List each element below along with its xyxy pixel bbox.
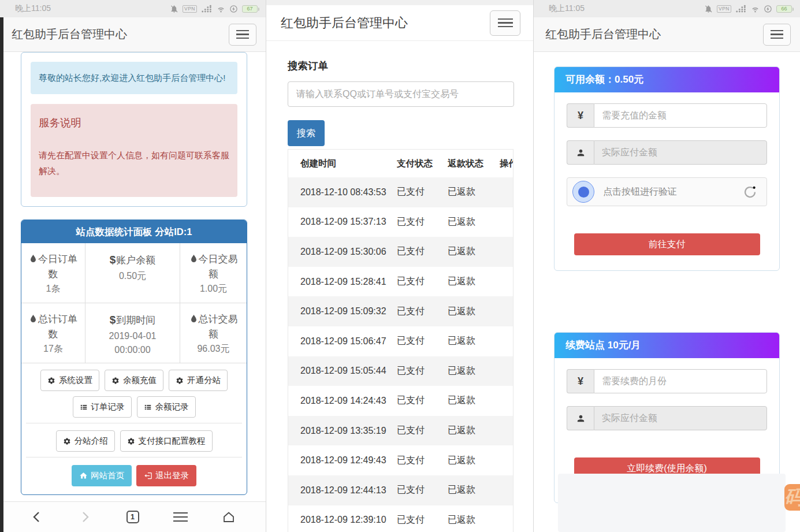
app-header: 红包助手后台管理中心 xyxy=(534,17,800,52)
table-row: 2018-12-09 15:28:41已支付已返款 xyxy=(288,267,513,297)
blank-overlay-box xyxy=(558,474,786,532)
person-icon xyxy=(567,406,594,430)
browser-navbar: 1 xyxy=(0,501,266,532)
home-button[interactable] xyxy=(222,510,236,524)
captcha-verify-button[interactable] xyxy=(572,181,594,203)
table-row: 2018-12-09 15:05:44已支付已返款 xyxy=(288,356,513,386)
dollar-icon: $ xyxy=(110,314,116,326)
table-row: 2018-12-10 08:43:53已支付已返款 xyxy=(288,177,513,207)
gear-icon xyxy=(47,377,55,385)
logout-button[interactable]: 退出登录 xyxy=(136,465,196,486)
wifi-icon xyxy=(217,5,225,13)
watermark-badge: 码 xyxy=(784,484,800,511)
browser-menu-button[interactable] xyxy=(173,512,188,522)
open-substation-button[interactable]: 开通分站 xyxy=(169,370,228,391)
table-row: 2018-12-09 12:44:13已支付已返款 xyxy=(288,475,513,505)
recharge-amount-input[interactable] xyxy=(594,103,767,128)
payable-amount-input[interactable] xyxy=(594,140,767,165)
table-row: 2018-12-09 15:37:13已支付已返款 xyxy=(288,207,513,237)
captcha-text: 点击按钮进行验证 xyxy=(603,186,742,198)
recharge-amount-group: ¥ xyxy=(567,103,767,128)
screen-recharge: 晚上11:05 VPN 66 红包助手后台管理中心 可用余额：0.50元 ¥ xyxy=(533,0,800,532)
stats-panel: 站点数据统计面板 分站ID:1 今日订单数 1条 $账户余额 0.50元 今日交… xyxy=(21,220,247,495)
stat-cell: 总计订单数 17条 xyxy=(21,303,85,363)
wifi-icon xyxy=(751,5,760,13)
app-header: 红包助手后台管理中心 xyxy=(0,17,266,52)
renew-months-input[interactable] xyxy=(594,369,767,393)
substation-intro-button[interactable]: 分站介绍 xyxy=(56,430,115,452)
renew-payable-input[interactable] xyxy=(594,406,767,430)
stat-value: 2019-04-01 00:00:00 xyxy=(93,329,172,357)
battery-saver-icon xyxy=(764,5,772,13)
status-bar: 晚上11:05 VPN 67 xyxy=(0,0,266,17)
renew-payable-group xyxy=(567,406,767,430)
site-home-button[interactable]: 网站首页 xyxy=(72,465,132,486)
stat-cell: $到期时间 2019-04-01 00:00:00 xyxy=(85,303,180,363)
battery-indicator: 67 xyxy=(242,5,258,13)
app-header: 红包助手后台管理中心 xyxy=(266,5,533,41)
drop-icon xyxy=(189,314,198,323)
order-records-button[interactable]: 订单记录 xyxy=(73,396,132,418)
order-search-input[interactable] xyxy=(288,81,514,107)
status-icons: VPN 66 xyxy=(704,5,792,13)
stats-grid: 今日订单数 1条 $账户余额 0.50元 今日交易额 1.00元 总计订单数 1… xyxy=(21,243,247,363)
stat-value: 1条 xyxy=(29,282,77,296)
service-alert: 服务说明 请先在配置中设置个人信息，如有问题可联系客服解决。 xyxy=(31,104,237,197)
signal-icon xyxy=(201,5,213,13)
bell-muted-icon xyxy=(704,5,713,13)
system-settings-button[interactable]: 系统设置 xyxy=(40,370,99,391)
table-row: 2018-12-09 15:06:47已支付已返款 xyxy=(288,326,513,356)
stats-buttons: 系统设置 余额充值 开通分站 订单记录 余额记录 分站介绍 支付接口配置教程 网… xyxy=(21,363,247,494)
status-bar: 晚上11:05 VPN 66 xyxy=(534,0,800,17)
search-button[interactable]: 搜索 xyxy=(288,120,325,146)
gear-icon xyxy=(127,437,135,445)
table-row: 2018-12-09 12:49:43已支付已返款 xyxy=(288,445,513,475)
hamburger-menu-button[interactable] xyxy=(763,24,791,46)
captcha-refresh-icon[interactable] xyxy=(742,184,758,200)
back-button[interactable] xyxy=(30,510,44,524)
orders-table: 创建时间 支付状态 返款状态 操作 2018-12-10 08:43:53已支付… xyxy=(288,149,514,532)
status-icons: VPN 67 xyxy=(170,5,258,13)
service-alert-title: 服务说明 xyxy=(39,116,229,130)
stat-value: 17条 xyxy=(29,342,77,356)
yen-icon: ¥ xyxy=(567,369,594,393)
go-to-pay-button[interactable]: 前往支付 xyxy=(574,233,760,255)
balance-records-button[interactable]: 余额记录 xyxy=(137,396,196,418)
table-row: 2018-12-09 12:39:10已支付已返款 xyxy=(288,505,513,532)
screen-dashboard: 晚上11:05 VPN 67 红包助手后台管理中心 尊敬的站长您好,欢迎进入红包… xyxy=(0,0,266,532)
list-icon xyxy=(80,403,88,411)
stat-cell: 今日交易额 1.00元 xyxy=(180,243,247,303)
status-strip xyxy=(266,0,533,5)
hamburger-menu-button[interactable] xyxy=(490,10,520,36)
vpn-badge: VPN xyxy=(717,5,731,13)
table-row: 2018-12-09 14:24:43已支付已返款 xyxy=(288,386,513,416)
payment-api-tutorial-button[interactable]: 支付接口配置教程 xyxy=(120,430,213,452)
available-balance-header: 可用余额：0.50元 xyxy=(555,67,779,92)
service-alert-body: 请先在配置中设置个人信息，如有问题可联系客服解决。 xyxy=(39,147,229,178)
page-title: 红包助手后台管理中心 xyxy=(12,27,127,42)
drop-icon xyxy=(29,314,38,323)
table-row: 2018-12-09 15:09:32已支付已返款 xyxy=(288,296,513,326)
vpn-badge: VPN xyxy=(183,5,197,13)
stat-cell: 总计交易额 96.03元 xyxy=(180,303,247,363)
status-time: 晚上11:05 xyxy=(549,3,585,14)
table-row: 2018-12-09 15:30:06已支付已返款 xyxy=(288,237,513,267)
hamburger-menu-button[interactable] xyxy=(229,24,256,46)
renew-months-group: ¥ xyxy=(567,369,767,393)
table-row: 2018-12-09 13:35:19已支付已返款 xyxy=(288,416,513,446)
forward-button[interactable] xyxy=(78,510,92,524)
drop-icon xyxy=(189,254,198,263)
signal-icon xyxy=(735,5,747,13)
battery-indicator: 66 xyxy=(776,5,792,13)
page-title: 红包助手后台管理中心 xyxy=(281,14,408,32)
gear-icon xyxy=(111,377,120,385)
gear-icon xyxy=(176,377,184,385)
status-time: 晚上11:05 xyxy=(15,3,51,14)
home-icon xyxy=(79,471,88,480)
stat-value: 1.00元 xyxy=(188,282,239,296)
search-orders-title: 搜索订单 xyxy=(288,59,533,73)
tabs-button[interactable]: 1 xyxy=(126,511,139,523)
bell-muted-icon xyxy=(170,5,178,13)
recharge-balance-button[interactable]: 余额充值 xyxy=(105,370,163,391)
screenshot-edge xyxy=(0,17,3,532)
